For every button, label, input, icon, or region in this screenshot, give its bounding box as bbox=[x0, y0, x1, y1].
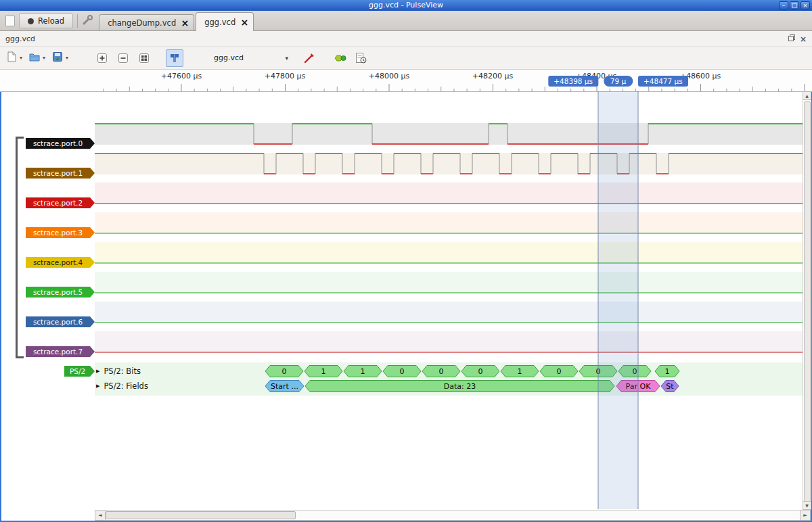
dock-float-icon[interactable] bbox=[788, 34, 796, 44]
scroll-right-button[interactable]: ► bbox=[800, 510, 811, 521]
signal-label-sctrace.port.2[interactable]: sctrace.port.2 bbox=[26, 197, 95, 208]
chevron-down-icon[interactable]: ▾ bbox=[64, 55, 70, 61]
protocol-markers-button[interactable] bbox=[352, 49, 369, 67]
close-button[interactable]: × bbox=[800, 1, 810, 9]
chevron-down-icon[interactable]: ▾ bbox=[41, 55, 47, 61]
document-icon bbox=[5, 16, 15, 26]
title-bar[interactable]: ggg.vcd - PulseView – □ × bbox=[0, 0, 812, 11]
decoder-tag[interactable]: PS/2 bbox=[64, 366, 95, 377]
horizontal-scrollbar[interactable]: ◄ ► bbox=[95, 510, 811, 521]
maximize-icon: □ bbox=[792, 2, 798, 9]
expand-icon[interactable]: ▶ bbox=[96, 369, 99, 374]
cursor-right-flag[interactable]: +48477 µs bbox=[638, 76, 688, 87]
decoder-row-label: PS/2: Bits bbox=[104, 366, 141, 376]
tab-close-icon[interactable]: × bbox=[240, 17, 248, 26]
reload-label: Reload bbox=[38, 16, 64, 26]
tab-label: ggg.vcd bbox=[204, 18, 235, 27]
ruler-time-label: +47800 µs bbox=[265, 72, 305, 80]
dock-header: ggg.vcd × bbox=[0, 30, 812, 46]
chevron-down-icon[interactable]: ▾ bbox=[18, 55, 24, 61]
decoder-row-PS/2: Bits[interactable]: ▶PS/2: Bits bbox=[96, 366, 141, 377]
session-file-name: ggg.vcd bbox=[214, 53, 244, 62]
expand-icon[interactable]: ▶ bbox=[96, 383, 99, 389]
hscrollbar-track[interactable] bbox=[106, 510, 800, 521]
hscrollbar-handle[interactable] bbox=[106, 511, 296, 519]
scroll-right-icon: ► bbox=[803, 513, 807, 518]
tab-label: changeDump.vcd bbox=[108, 18, 176, 28]
vertical-scrollbar[interactable]: ▲ ▼ bbox=[803, 91, 811, 510]
scroll-down-button[interactable]: ▼ bbox=[803, 501, 811, 510]
cursor-duration-badge[interactable]: 79 µ bbox=[604, 76, 633, 87]
window-title: ggg.vcd - PulseView bbox=[369, 0, 443, 11]
timeline-ruler[interactable]: +47600 µs+47800 µs+48000 µs+48200 µs+484… bbox=[0, 70, 812, 91]
decoder-row-PS/2: Fields[interactable]: ▶PS/2: Fields bbox=[96, 381, 148, 392]
tab-strip: changeDump.vcd×ggg.vcd× bbox=[99, 11, 255, 30]
open-file-button[interactable]: ▾ bbox=[28, 51, 47, 65]
scroll-up-button[interactable]: ▲ bbox=[803, 91, 811, 100]
new-session-button[interactable]: ▾ bbox=[5, 51, 24, 65]
scroll-left-button[interactable]: ◄ bbox=[95, 510, 106, 521]
pulseview-window: ggg.vcd - PulseView – □ × Reload changeD… bbox=[0, 0, 812, 522]
ruler-time-label: +48200 µs bbox=[472, 72, 513, 80]
minimize-icon: – bbox=[782, 2, 786, 9]
signal-label-sctrace.port.5[interactable]: sctrace.port.5 bbox=[26, 287, 95, 298]
zoom-fit-button[interactable] bbox=[135, 49, 153, 67]
signal-label-sctrace.port.1[interactable]: sctrace.port.1 bbox=[26, 168, 95, 179]
tab-bar: Reload changeDump.vcd×ggg.vcd× bbox=[0, 11, 812, 30]
signal-label-sctrace.port.3[interactable]: sctrace.port.3 bbox=[26, 227, 95, 238]
close-icon: × bbox=[803, 2, 808, 9]
show-cursors-button[interactable] bbox=[166, 49, 183, 67]
maximize-button[interactable]: □ bbox=[790, 1, 799, 9]
new-file-icon bbox=[5, 51, 18, 65]
chevron-down-icon: ▾ bbox=[285, 55, 288, 62]
scroll-up-icon: ▲ bbox=[805, 93, 809, 98]
dock-title: ggg.vcd bbox=[5, 34, 35, 43]
tab-close-icon[interactable]: × bbox=[181, 18, 189, 27]
scroll-left-icon: ◄ bbox=[98, 513, 102, 518]
add-decoder-button[interactable] bbox=[331, 49, 348, 67]
signal-label-sctrace.port.7[interactable]: sctrace.port.7 bbox=[26, 346, 95, 357]
session-file-combo[interactable]: ggg.vcd ▾ bbox=[211, 50, 291, 66]
save-file-button[interactable]: ▾ bbox=[51, 51, 70, 65]
reload-button[interactable]: Reload bbox=[19, 14, 73, 28]
signal-label-sctrace.port.4[interactable]: sctrace.port.4 bbox=[26, 257, 95, 268]
signal-label-sctrace.port.6[interactable]: sctrace.port.6 bbox=[26, 316, 95, 327]
minimize-button[interactable]: – bbox=[779, 1, 788, 9]
ruler-time-label: +48000 µs bbox=[369, 72, 409, 80]
decoder-row-label: PS/2: Fields bbox=[104, 381, 148, 391]
reload-icon bbox=[28, 18, 34, 24]
save-icon bbox=[51, 51, 64, 65]
signal-group-bracket[interactable] bbox=[16, 137, 22, 358]
ruler-time-label: +47600 µs bbox=[161, 72, 202, 80]
trace-view[interactable] bbox=[95, 91, 803, 509]
scroll-down-icon: ▼ bbox=[805, 503, 809, 508]
channels-button[interactable] bbox=[300, 49, 318, 67]
cursor-left-flag[interactable]: +48398 µs bbox=[548, 76, 598, 87]
tab-ggg.vcd[interactable]: ggg.vcd× bbox=[196, 12, 254, 31]
wrench-icon[interactable] bbox=[82, 14, 93, 28]
open-folder-icon bbox=[28, 51, 41, 65]
zoom-in-button[interactable] bbox=[93, 49, 111, 67]
vscrollbar-track[interactable] bbox=[803, 100, 811, 501]
separator bbox=[77, 14, 78, 28]
tab-changeDump.vcd[interactable]: changeDump.vcd× bbox=[99, 14, 194, 30]
main-toolbar: ▾ ▾ ▾ ggg.vcd ▾ bbox=[0, 46, 812, 70]
window-controls: – □ × bbox=[779, 1, 810, 9]
dock-close-icon[interactable]: × bbox=[800, 35, 807, 43]
signal-label-sctrace.port.0[interactable]: sctrace.port.0 bbox=[26, 138, 95, 149]
vscrollbar-handle[interactable] bbox=[804, 101, 811, 502]
zoom-out-button[interactable] bbox=[114, 49, 132, 67]
